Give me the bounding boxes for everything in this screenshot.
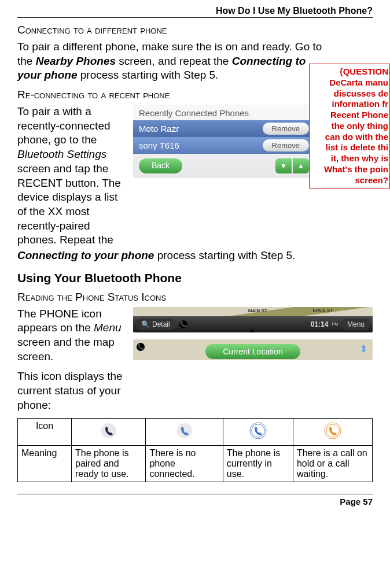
- bluetooth-icon: [360, 344, 367, 355]
- remove-button[interactable]: Remove: [263, 123, 309, 135]
- recent-footer: Back ▼ ▲: [133, 154, 315, 178]
- svg-point-1: [176, 423, 192, 438]
- header-title: How Do I Use My Bluetooth Phone?: [216, 6, 373, 16]
- text-emphasis: Menu: [94, 321, 122, 334]
- svg-point-4: [325, 423, 341, 439]
- map-toolbar: 🔍 Detail 📞 ✦ 01:14PM Menu: [133, 316, 373, 332]
- document-page: How Do I Use My Bluetooth Phone? {QUESTI…: [0, 0, 390, 518]
- svg-point-3: [252, 424, 265, 438]
- callout-line: it, then why is: [313, 153, 388, 164]
- magnify-icon: 🔍: [141, 320, 150, 328]
- current-location-button[interactable]: Current Location: [205, 344, 300, 359]
- phone-status-icon[interactable]: 📞: [179, 320, 187, 328]
- text-segment: process starting with Step 5.: [154, 249, 295, 261]
- recent-phone-row[interactable]: Moto Razr Remove: [133, 120, 315, 137]
- text-segment: This icon displays the current status of…: [17, 369, 127, 412]
- section-heading-using-bluetooth: Using Your Bluetooth Phone: [17, 271, 373, 285]
- street-label: MAIN ST: [248, 308, 267, 313]
- callout-line: What's the poin: [313, 164, 388, 175]
- phone-inuse-icon: [249, 422, 267, 439]
- text-segment: process starting with Step 5.: [77, 69, 218, 81]
- scroll-arrows: ▼ ▲: [275, 158, 309, 173]
- text-emphasis: Bluetooth Settings: [17, 148, 106, 160]
- time-value: 01:14: [311, 320, 329, 328]
- callout-line: {QUESTION: [313, 66, 388, 77]
- table-header-meaning: Meaning: [18, 446, 72, 482]
- text-segment: screen, and repeat the: [116, 55, 232, 67]
- section2-body-continued: Connecting to your phone process startin…: [17, 249, 373, 263]
- text-segment: screen and the map screen.: [17, 336, 115, 363]
- meaning-cell: The phone is paired and ready to use.: [72, 446, 146, 482]
- callout-line: discusses de: [313, 88, 388, 99]
- section4-text-column: The PHONE icon appears on the Menu scree…: [17, 307, 127, 413]
- arrow-up-icon[interactable]: ▲: [293, 158, 309, 173]
- phone-name-label: sony T616: [139, 140, 263, 150]
- callout-line: screen?: [313, 175, 388, 186]
- icon-cell: [293, 419, 372, 446]
- callout-line: can do with the: [313, 132, 388, 143]
- menu-button[interactable]: Menu: [341, 319, 370, 330]
- svg-point-5: [326, 424, 340, 438]
- page-header: How Do I Use My Bluetooth Phone?: [17, 6, 373, 18]
- text-segment: screen and tap the: [17, 162, 108, 175]
- map-screenshots-column: MAIN ST ERCE ST 🔍 Detail 📞 ✦ 01:14PM Men…: [133, 307, 373, 413]
- phone-status-icon[interactable]: 📞: [137, 343, 145, 351]
- phone-paired-icon: [100, 422, 117, 439]
- detail-label: Detail: [152, 320, 170, 328]
- callout-line: list is delete thi: [313, 142, 388, 153]
- meaning-cell: There is no phone connected.: [146, 446, 223, 482]
- page-footer: Page 57: [17, 494, 373, 506]
- time-display: 01:14PM Menu: [311, 319, 370, 330]
- back-button[interactable]: Back: [139, 158, 182, 173]
- phone-disconnected-icon: [176, 422, 193, 439]
- table-header-icon: Icon: [18, 419, 72, 446]
- question-callout: {QUESTION DeCarta manu discusses de info…: [309, 64, 390, 188]
- text-segment: The: [17, 308, 39, 320]
- text-segment: To pair a with a recently-connected phon…: [17, 105, 111, 146]
- svg-point-2: [250, 423, 266, 439]
- section2-text-column: To pair a with a recently-connected phon…: [17, 105, 127, 247]
- arrow-down-icon[interactable]: ▼: [275, 158, 292, 173]
- star-icon: ✦: [248, 327, 257, 332]
- icon-cell: [146, 419, 223, 446]
- phone-name-label: Moto Razr: [139, 124, 263, 134]
- callout-line: DeCarta manu: [313, 77, 388, 88]
- recent-phone-row[interactable]: sony T616 Remove: [133, 137, 315, 154]
- table-row: Meaning The phone is paired and ready to…: [18, 446, 373, 482]
- recent-phones-ui: Recently Connected Phones Moto Razr Remo…: [133, 105, 315, 178]
- icon-cell: [223, 419, 293, 446]
- text-bold: RECENT: [17, 177, 62, 189]
- map-screenshot-top: MAIN ST ERCE ST 🔍 Detail 📞 ✦ 01:14PM Men…: [133, 307, 373, 332]
- meaning-cell: There is a call on hold or a call waitin…: [293, 446, 372, 482]
- callout-line: the only thing: [313, 121, 388, 132]
- phone-hold-icon: [324, 422, 341, 439]
- text-emphasis: Connecting to your phone: [17, 249, 154, 261]
- icon-cell: [72, 419, 146, 446]
- detail-button[interactable]: 🔍 Detail: [135, 319, 176, 330]
- time-suffix: PM: [332, 322, 338, 326]
- remove-button[interactable]: Remove: [263, 139, 309, 151]
- callout-line: Recent Phone: [313, 110, 388, 121]
- meaning-cell: The phone is currently in use.: [223, 446, 293, 482]
- table-row: Icon: [18, 419, 373, 446]
- text-emphasis: Nearby Phones: [36, 55, 116, 67]
- map-screenshot-bottom: 📞 Current Location: [133, 339, 373, 360]
- callout-line: information fr: [313, 99, 388, 110]
- phone-status-icon-table: Icon Meaning The phone is paired and rea…: [17, 418, 373, 482]
- section-heading-reading-icons: Reading the Phone Status Icons: [17, 291, 373, 304]
- street-label: ERCE ST: [313, 308, 333, 313]
- text-bold: PHONE: [39, 308, 79, 320]
- recent-phones-title: Recently Connected Phones: [133, 107, 315, 120]
- section-heading-connecting-different: Connecting to a different phone: [17, 24, 373, 36]
- svg-point-0: [101, 423, 116, 438]
- section4-content: The PHONE icon appears on the Menu scree…: [17, 307, 373, 413]
- page-number: Page 57: [340, 497, 373, 506]
